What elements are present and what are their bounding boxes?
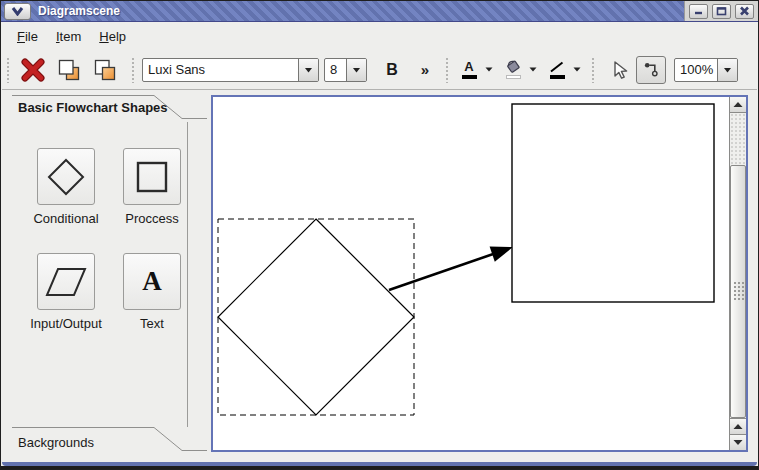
fill-color-dropdown[interactable]	[526, 56, 539, 84]
proccess-shape-button[interactable]	[123, 148, 181, 205]
shape-cell-proccess: Proccess	[109, 148, 195, 226]
font-color-group: A	[456, 56, 495, 84]
window-title: Diagramscene	[38, 4, 120, 18]
toolbar-overflow-button[interactable]: »	[413, 56, 437, 84]
maximize-button[interactable]	[712, 4, 731, 19]
parallelogram-shape-icon	[44, 262, 88, 302]
window-bottom-frame	[1, 460, 758, 469]
arrow-head[interactable]	[490, 247, 513, 262]
menu-help[interactable]: Help	[90, 25, 135, 48]
chevron-down-icon	[723, 67, 732, 73]
triangle-down-icon	[733, 439, 743, 446]
shape-cell-text: A Text	[109, 253, 195, 331]
menubar: File Item Help	[2, 22, 757, 50]
font-size-value: 8	[325, 62, 346, 77]
scrollbar-thumb[interactable]	[730, 165, 746, 418]
shape-label: Input/Output	[23, 316, 109, 331]
vertical-scrollbar[interactable]	[729, 97, 746, 450]
square-item[interactable]	[512, 104, 714, 302]
toolbar: Luxi Sans 8 B » A	[2, 50, 757, 90]
send-to-back-icon	[93, 58, 117, 82]
diagram-scene	[213, 97, 729, 450]
font-combo[interactable]: Luxi Sans	[142, 58, 319, 82]
paint-bucket-icon	[505, 60, 522, 73]
pointer-tool-button[interactable]	[606, 56, 632, 84]
toolbar-handle[interactable]	[6, 57, 11, 83]
shape-label: Text	[109, 316, 195, 331]
send-to-back-button[interactable]	[91, 55, 119, 85]
scrollbar-track[interactable]	[730, 113, 746, 418]
line-color-swatch	[550, 75, 565, 79]
chevron-down-icon	[11, 6, 24, 16]
scroll-up-button[interactable]	[730, 97, 746, 113]
shape-cell-input-output: Input/Output	[23, 253, 109, 331]
font-color-button[interactable]: A	[456, 56, 482, 84]
input-output-shape-button[interactable]	[37, 253, 95, 310]
scroll-down-button[interactable]	[730, 434, 746, 450]
triangle-up-icon	[733, 423, 743, 430]
arrow-cursor-icon	[610, 60, 628, 80]
font-color-glyph: A	[464, 61, 473, 73]
toolbox-section-shapes[interactable]: Basic Flowchart Shapes	[4, 92, 210, 122]
scrollbar-grip	[733, 281, 744, 302]
delete-icon	[21, 58, 45, 82]
window-menu-button[interactable]	[4, 3, 31, 20]
menu-file[interactable]: File	[8, 25, 47, 48]
line-tool-button[interactable]	[636, 56, 666, 84]
titlebar[interactable]: Diagramscene	[1, 1, 758, 22]
triangle-up-icon	[733, 101, 743, 108]
font-combo-value: Luxi Sans	[143, 62, 298, 77]
chevron-down-icon	[573, 67, 581, 72]
shape-toolbox: Basic Flowchart Shapes Conditional	[4, 92, 210, 460]
chevron-down-icon	[529, 67, 537, 72]
bring-to-front-button[interactable]	[55, 55, 83, 85]
chevron-down-icon	[485, 67, 493, 72]
line-color-group	[544, 56, 583, 84]
zoom-combo-value: 100%	[675, 62, 717, 77]
text-shape-button[interactable]: A	[123, 253, 181, 310]
font-color-dropdown[interactable]	[482, 56, 495, 84]
chevron-down-icon	[352, 67, 361, 73]
chevron-down-icon	[304, 67, 313, 73]
toolbar-handle[interactable]	[591, 57, 596, 83]
toolbar-handle[interactable]	[445, 57, 450, 83]
shape-label: Proccess	[109, 211, 195, 226]
toolbar-handle[interactable]	[131, 57, 136, 83]
diamond-shape-icon	[45, 156, 87, 198]
bold-button[interactable]: B	[379, 56, 405, 84]
conditional-shape-button[interactable]	[37, 148, 95, 205]
fill-color-swatch	[506, 75, 521, 79]
fill-color-group	[500, 56, 539, 84]
window-controls	[684, 1, 758, 21]
line-color-dropdown[interactable]	[570, 56, 583, 84]
scroll-up-button-2[interactable]	[730, 418, 746, 434]
bring-to-front-icon	[57, 58, 81, 82]
minimize-button[interactable]	[689, 4, 708, 19]
line-color-button[interactable]	[544, 56, 570, 84]
toolbox-pane: Conditional Proccess	[4, 122, 188, 427]
diamond-item[interactable]	[218, 219, 414, 415]
toolbox-section-backgrounds-label: Backgrounds	[18, 435, 94, 450]
elbow-connector-icon	[643, 61, 660, 78]
app-window: Diagramscene File Item Help	[0, 0, 759, 470]
frame-dark-edge	[1, 466, 758, 469]
toolbox-section-backgrounds[interactable]: Backgrounds	[4, 427, 210, 457]
fill-color-button[interactable]	[500, 56, 526, 84]
close-button[interactable]	[735, 4, 754, 19]
font-combo-arrow[interactable]	[298, 59, 318, 81]
menu-item[interactable]: Item	[47, 25, 90, 48]
rectangle-shape-icon	[131, 156, 173, 198]
zoom-combo[interactable]: 100%	[674, 58, 738, 82]
shape-label: Conditional	[23, 211, 109, 226]
close-icon	[739, 6, 750, 16]
toolbox-section-shapes-label: Basic Flowchart Shapes	[18, 100, 168, 115]
letter-a-icon: A	[142, 266, 162, 297]
font-size-combo[interactable]: 8	[324, 58, 367, 82]
minimize-icon	[693, 7, 704, 16]
maximize-icon	[716, 6, 727, 16]
font-size-arrow[interactable]	[346, 59, 366, 81]
diagram-canvas[interactable]	[211, 95, 748, 452]
arrow-item[interactable]	[389, 252, 499, 290]
delete-button[interactable]	[19, 55, 47, 85]
zoom-combo-arrow[interactable]	[717, 59, 737, 81]
